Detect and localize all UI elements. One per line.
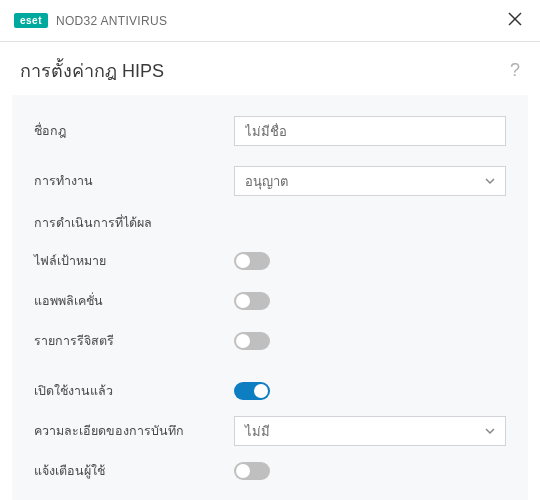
row-log-detail: ความละเอียดของการบันทึก ไม่มี [34, 413, 506, 449]
close-button[interactable] [504, 8, 526, 33]
settings-panel: ชื่อกฎ การทำงาน อนุญาต การดำเนินการที่ได… [12, 95, 528, 500]
brand-badge: eset [14, 13, 48, 28]
row-rule-name: ชื่อกฎ [34, 113, 506, 149]
chevron-down-icon [485, 424, 495, 439]
rule-name-input[interactable] [234, 116, 506, 146]
log-detail-select[interactable]: ไม่มี [234, 416, 506, 446]
applications-label: แอพพลิเคชั่น [34, 291, 234, 311]
action-select-value: อนุญาต [245, 171, 288, 192]
action-select[interactable]: อนุญาต [234, 166, 506, 196]
enabled-label: เปิดใช้งานแล้ว [34, 381, 234, 401]
page-title: การตั้งค่ากฎ HIPS [20, 56, 164, 85]
heading-row: การตั้งค่ากฎ HIPS ? [0, 42, 540, 95]
target-files-toggle[interactable] [234, 252, 270, 270]
section-operations-label: การดำเนินการที่ได้ผล [34, 213, 506, 233]
registry-label: รายการรีจิสตรี [34, 331, 234, 351]
row-registry: รายการรีจิสตรี [34, 323, 506, 359]
registry-toggle[interactable] [234, 332, 270, 350]
action-label: การทำงาน [34, 171, 234, 191]
brand-text: NOD32 ANTIVIRUS [56, 14, 167, 28]
log-detail-select-value: ไม่มี [245, 421, 270, 442]
chevron-down-icon [485, 174, 495, 189]
row-applications: แอพพลิเคชั่น [34, 283, 506, 319]
close-icon [508, 12, 522, 26]
applications-toggle[interactable] [234, 292, 270, 310]
row-enabled: เปิดใช้งานแล้ว [34, 373, 506, 409]
target-files-label: ไฟล์เป้าหมาย [34, 251, 234, 271]
enabled-toggle[interactable] [234, 382, 270, 400]
titlebar: eset NOD32 ANTIVIRUS [0, 0, 540, 42]
notify-toggle[interactable] [234, 462, 270, 480]
row-notify: แจ้งเตือนผู้ใช้ [34, 453, 506, 489]
log-detail-label: ความละเอียดของการบันทึก [34, 421, 234, 441]
help-button[interactable]: ? [510, 60, 520, 81]
row-action: การทำงาน อนุญาต [34, 163, 506, 199]
row-target-files: ไฟล์เป้าหมาย [34, 243, 506, 279]
notify-label: แจ้งเตือนผู้ใช้ [34, 461, 234, 481]
rule-name-label: ชื่อกฎ [34, 121, 234, 141]
